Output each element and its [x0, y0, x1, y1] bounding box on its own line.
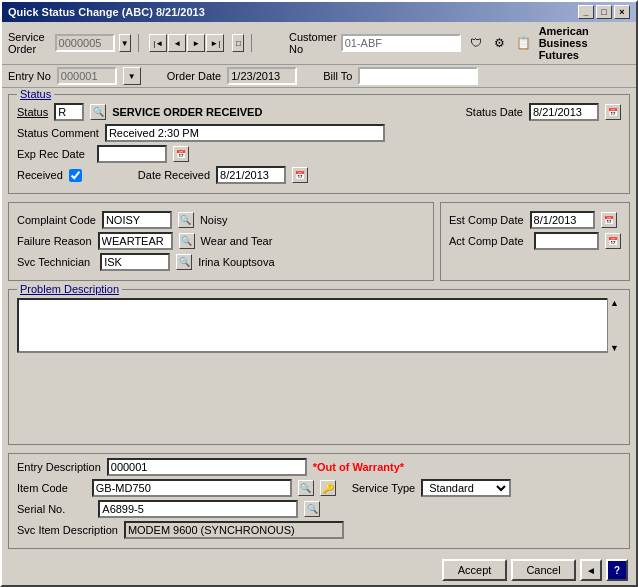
serial-no-input[interactable]	[98, 500, 298, 518]
nav-first-button[interactable]: |◄	[149, 34, 167, 52]
status-date-input[interactable]	[529, 103, 599, 121]
complaint-search-btn[interactable]: 🔍	[178, 212, 194, 228]
details-left-group: Complaint Code 🔍 Noisy Failure Reason 🔍 …	[8, 202, 434, 281]
footer-help-btn[interactable]: ?	[606, 559, 628, 581]
received-checkbox[interactable]	[69, 169, 82, 182]
scroll-up-btn[interactable]: ▲	[608, 298, 621, 308]
lookup-btn[interactable]: ▼	[119, 34, 131, 52]
icon-info[interactable]: 📋	[513, 32, 535, 54]
status-group-title: Status	[17, 88, 54, 100]
scrollbar[interactable]: ▲ ▼	[607, 298, 621, 353]
entry-lookup-btn[interactable]: ▼	[123, 67, 141, 85]
footer-back-btn[interactable]: ◄	[580, 559, 602, 581]
exp-rec-cal-btn[interactable]: 📅	[173, 146, 189, 162]
icon-gear[interactable]: ⚙	[489, 32, 511, 54]
status-date-label: Status Date	[466, 106, 523, 118]
nav-prev-button[interactable]: ◄	[168, 34, 186, 52]
nav-next-button[interactable]: ►	[187, 34, 205, 52]
exp-rec-input[interactable]	[97, 145, 167, 163]
divider2	[251, 34, 252, 52]
est-comp-input[interactable]	[530, 211, 595, 229]
tech-label: Svc Technician	[17, 256, 90, 268]
status-desc: SERVICE ORDER RECEIVED	[112, 106, 262, 118]
item-code-input[interactable]	[92, 479, 292, 497]
complaint-desc: Noisy	[200, 214, 228, 226]
divider	[138, 34, 139, 52]
minimize-button[interactable]: _	[578, 5, 594, 19]
status-group: Status Status 🔍 SERVICE ORDER RECEIVED S…	[8, 94, 630, 194]
status-label: Status	[17, 106, 48, 118]
exp-rec-label: Exp Rec Date	[17, 148, 85, 160]
tech-search-btn[interactable]: 🔍	[176, 254, 192, 270]
date-received-label: Date Received	[138, 169, 210, 181]
item-code-extra-btn[interactable]: 🔑	[320, 480, 336, 496]
order-date-input[interactable]	[227, 67, 297, 85]
bill-to-label: Bill To	[323, 70, 352, 82]
tech-desc: Irina Kouptsova	[198, 256, 274, 268]
nav-last-button[interactable]: ►|	[206, 34, 224, 52]
customer-no-label: Customer No	[289, 31, 337, 55]
icon-shield[interactable]: 🛡	[465, 32, 487, 54]
date-received-input[interactable]	[216, 166, 286, 184]
scroll-down-btn[interactable]: ▼	[608, 343, 621, 353]
cancel-button[interactable]: Cancel	[511, 559, 576, 581]
failure-input[interactable]	[98, 232, 173, 250]
warranty-text: *Out of Warranty*	[313, 461, 404, 473]
act-comp-input[interactable]	[534, 232, 599, 250]
est-comp-cal-btn[interactable]: 📅	[601, 212, 617, 228]
date-received-cal-btn[interactable]: 📅	[292, 167, 308, 183]
details-right-group: Est Comp Date 📅 Act Comp Date 📅	[440, 202, 630, 281]
status-date-cal-btn[interactable]: 📅	[605, 104, 621, 120]
serial-no-label: Serial No.	[17, 503, 65, 515]
close-button[interactable]: ×	[614, 5, 630, 19]
service-type-select[interactable]: Standard Express Premium	[421, 479, 511, 497]
entry-desc-input[interactable]	[107, 458, 307, 476]
problem-desc-title: Problem Description	[17, 283, 122, 295]
failure-label: Failure Reason	[17, 235, 92, 247]
customer-no-input[interactable]	[341, 34, 461, 52]
comment-input[interactable]	[105, 124, 385, 142]
problem-desc-group: Problem Description ▲ ▼	[8, 289, 630, 445]
service-order-label: Service Order	[8, 31, 51, 55]
bill-to-input[interactable]	[358, 67, 478, 85]
svc-item-desc-label: Svc Item Description	[17, 524, 118, 536]
entry-desc-label: Entry Description	[17, 461, 101, 473]
failure-search-btn[interactable]: 🔍	[179, 233, 195, 249]
serial-no-search-btn[interactable]: 🔍	[304, 501, 320, 517]
item-code-label: Item Code	[17, 482, 68, 494]
svc-item-desc-input[interactable]	[124, 521, 344, 539]
window-title: Quick Status Change (ABC) 8/21/2013	[8, 6, 205, 18]
comment-label: Status Comment	[17, 127, 99, 139]
nav-buttons: |◄ ◄ ► ►|	[149, 34, 224, 52]
extra-nav-btn[interactable]: □	[232, 34, 244, 52]
complaint-label: Complaint Code	[17, 214, 96, 226]
service-order-input[interactable]	[55, 34, 115, 52]
window-controls: _ □ ×	[578, 5, 630, 19]
bottom-section: Entry Description *Out of Warranty* Item…	[8, 453, 630, 549]
accept-button[interactable]: Accept	[442, 559, 507, 581]
problem-desc-textarea[interactable]	[17, 298, 621, 353]
details-area: Complaint Code 🔍 Noisy Failure Reason 🔍 …	[8, 200, 630, 283]
company-name: American Business Futures	[539, 25, 630, 61]
tech-input[interactable]	[100, 253, 170, 271]
est-comp-label: Est Comp Date	[449, 214, 524, 226]
failure-desc: Wear and Tear	[201, 235, 273, 247]
status-search-btn[interactable]: 🔍	[90, 104, 106, 120]
complaint-input[interactable]	[102, 211, 172, 229]
accept-label: Accept	[458, 564, 492, 576]
service-type-label: Service Type	[352, 482, 415, 494]
entry-no-label: Entry No	[8, 70, 51, 82]
footer: Accept Cancel ◄ ?	[2, 555, 636, 585]
toolbar-right-icons: 🛡 ⚙ 📋	[465, 32, 535, 54]
act-comp-cal-btn[interactable]: 📅	[605, 233, 621, 249]
status-input[interactable]	[54, 103, 84, 121]
item-code-search-btn[interactable]: 🔍	[298, 480, 314, 496]
cancel-label: Cancel	[526, 564, 560, 576]
received-label: Received	[17, 169, 63, 181]
title-bar: Quick Status Change (ABC) 8/21/2013 _ □ …	[2, 2, 636, 22]
entry-no-input[interactable]	[57, 67, 117, 85]
order-date-label: Order Date	[167, 70, 221, 82]
maximize-button[interactable]: □	[596, 5, 612, 19]
act-comp-label: Act Comp Date	[449, 235, 524, 247]
